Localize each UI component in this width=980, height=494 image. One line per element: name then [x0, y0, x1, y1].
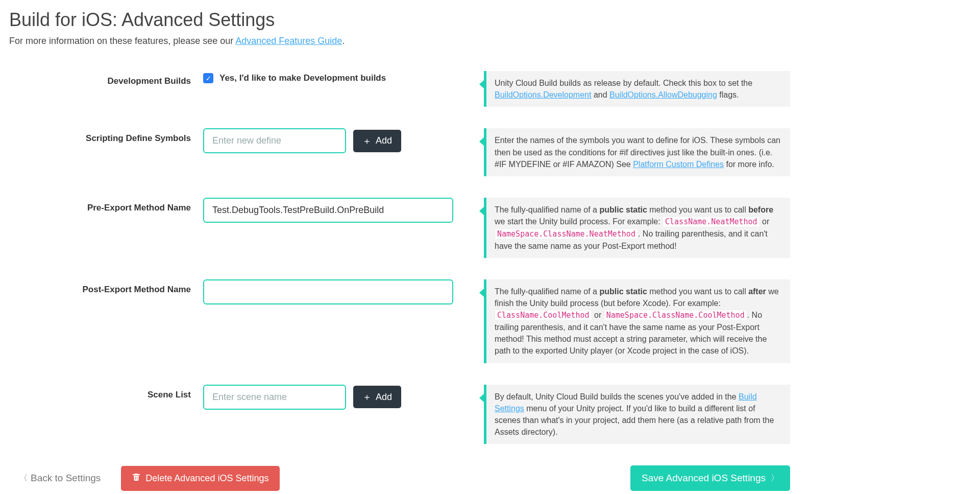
label-post-export: Post-Export Method Name — [9, 279, 203, 295]
dev-builds-checkbox[interactable]: ✓ — [203, 73, 213, 83]
label-scripting-symbols: Scripting Define Symbols — [9, 128, 203, 144]
code-sample: ClassName.CoolMethod — [495, 310, 592, 321]
buildoptions-development-link[interactable]: BuildOptions.Development — [495, 90, 591, 99]
delete-settings-button[interactable]: Delete Advanced iOS Settings — [121, 466, 280, 491]
buildoptions-allowdebugging-link[interactable]: BuildOptions.AllowDebugging — [609, 90, 717, 99]
save-settings-button[interactable]: Save Advanced iOS Settings 〉 — [630, 465, 790, 491]
plus-icon: ＋ — [362, 135, 372, 147]
dev-builds-checkbox-label: Yes, I'd like to make Development builds — [219, 73, 386, 83]
row-development-builds: Development Builds ✓ Yes, I'd like to ma… — [9, 71, 790, 107]
back-label: Back to Settings — [31, 473, 101, 484]
chevron-left-icon: 〈 — [19, 473, 28, 484]
page-subhead: For more information on these features, … — [9, 36, 971, 46]
trash-icon — [132, 473, 140, 484]
add-define-label: Add — [376, 135, 392, 146]
help-development-builds: Unity Cloud Build builds as release by d… — [484, 71, 790, 107]
row-post-export: Post-Export Method Name The fully-qualif… — [9, 279, 790, 363]
plus-icon: ＋ — [362, 391, 372, 403]
label-pre-export: Pre-Export Method Name — [9, 198, 203, 213]
footer-bar: 〈 Back to Settings Delete Advanced iOS S… — [9, 465, 790, 491]
row-pre-export: Pre-Export Method Name The fully-qualifi… — [9, 198, 790, 258]
row-scripting-symbols: Scripting Define Symbols ＋ Add Enter the… — [9, 128, 790, 176]
help-scene-list: By default, Unity Cloud Build builds the… — [484, 385, 790, 444]
add-scene-label: Add — [376, 392, 392, 403]
delete-label: Delete Advanced iOS Settings — [145, 473, 268, 484]
help-pre-export: The fully-qualified name of a public sta… — [484, 198, 790, 258]
help-post-export: The fully-qualified name of a public sta… — [484, 279, 790, 363]
pre-export-method-input[interactable] — [203, 198, 453, 223]
platform-custom-defines-link[interactable]: Platform Custom Defines — [633, 160, 724, 169]
add-define-button[interactable]: ＋ Add — [353, 130, 401, 152]
chevron-right-icon: 〉 — [771, 473, 779, 484]
code-sample: NameSpace.ClassName.CoolMethod — [604, 310, 747, 321]
subhead-text: For more information on these features, … — [9, 36, 235, 46]
save-label: Save Advanced iOS Settings — [642, 473, 766, 484]
label-scene-list: Scene List — [9, 385, 203, 400]
advanced-features-guide-link[interactable]: Advanced Features Guide — [235, 36, 342, 46]
code-sample: NameSpace.ClassName.NeatMethod — [495, 228, 638, 240]
help-scripting-symbols: Enter the names of the symbols you want … — [484, 128, 790, 176]
define-symbol-input[interactable] — [203, 128, 346, 153]
subhead-text-end: . — [342, 36, 345, 46]
code-sample: ClassName.NeatMethod — [663, 216, 760, 227]
page-title: Build for iOS: Advanced Settings — [9, 9, 971, 31]
post-export-method-input[interactable] — [203, 279, 453, 304]
add-scene-button[interactable]: ＋ Add — [353, 386, 401, 408]
row-scene-list: Scene List ＋ Add By default, Unity Cloud… — [9, 385, 790, 444]
label-development-builds: Development Builds — [9, 71, 203, 86]
back-to-settings-link[interactable]: 〈 Back to Settings — [19, 473, 101, 484]
scene-name-input[interactable] — [203, 385, 346, 410]
